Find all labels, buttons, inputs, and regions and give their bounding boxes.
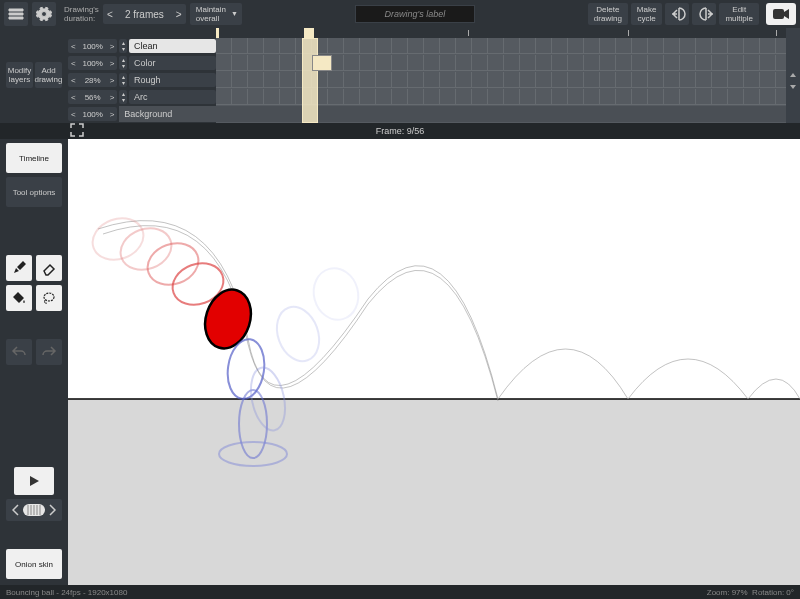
lasso-icon[interactable]: [36, 285, 62, 311]
layer-zoom[interactable]: <100%>: [68, 56, 117, 70]
layer-reorder-icon[interactable]: ▴▾: [119, 56, 127, 70]
header-right: Deletedrawing Makecycle Editmultiple: [588, 3, 796, 25]
scrub-control[interactable]: [6, 499, 62, 521]
duration-label: Drawing'sduration:: [64, 5, 99, 23]
fill-icon[interactable]: [6, 285, 32, 311]
timeline-layers: Modify layers Add drawing <100%> ▴▾ Clea…: [0, 38, 800, 123]
add-drawing-button[interactable]: Add drawing: [35, 62, 62, 88]
timeline-ruler[interactable]: [216, 28, 786, 38]
edit-multiple-button[interactable]: Editmultiple: [719, 3, 759, 25]
svg-rect-0: [773, 9, 784, 19]
svg-point-19: [270, 301, 327, 367]
layer-reorder-icon[interactable]: ▴▾: [119, 90, 127, 104]
svg-point-10: [87, 211, 150, 266]
layer-name[interactable]: Arc: [129, 90, 216, 104]
flip-prev-icon[interactable]: [665, 3, 689, 25]
eraser-icon[interactable]: [36, 255, 62, 281]
status-bar: Bouncing ball - 24fps - 1920x1080 Zoom: …: [0, 585, 800, 599]
tool-options-button[interactable]: Tool options: [6, 177, 62, 207]
keyframe-cell[interactable]: [312, 55, 332, 71]
layer-zoom[interactable]: <100%>: [68, 107, 117, 121]
maintain-dropdown[interactable]: Maintainoverall: [190, 3, 242, 25]
frame-status-text: Frame: 9/56: [376, 126, 425, 136]
drawing-canvas[interactable]: [68, 139, 800, 585]
layer-zoom[interactable]: <28%>: [68, 73, 117, 87]
tool-row-1: [6, 255, 62, 281]
frame-status-bar: Frame: 9/56: [0, 123, 800, 139]
layer-reorder-icon[interactable]: ▴▾: [119, 73, 127, 87]
layer-name[interactable]: Rough: [129, 73, 216, 87]
layer-row[interactable]: <28%> ▴▾ Rough: [68, 72, 216, 88]
canvas-svg: [68, 139, 800, 585]
scroll-up-icon[interactable]: [789, 72, 797, 80]
header-toolbar: Drawing'sduration: < 2 frames > Maintain…: [0, 0, 800, 28]
layer-reorder-icon[interactable]: ▴▾: [119, 39, 127, 53]
header-left: Drawing'sduration: < 2 frames > Maintain…: [4, 2, 242, 26]
layer-row[interactable]: <100%> ▴▾ Color: [68, 55, 216, 71]
onion-skin-button[interactable]: Onion skin: [6, 549, 62, 579]
sidebar: Timeline Tool options Onion skin: [0, 139, 68, 585]
play-button[interactable]: [14, 467, 54, 495]
layer-name[interactable]: Clean: [129, 39, 216, 53]
camera-button[interactable]: [766, 3, 796, 25]
main-body: Timeline Tool options Onion skin: [0, 139, 800, 585]
layer-row[interactable]: <100%> ▴▾ Clean: [68, 38, 216, 54]
timeline-scroll-buttons[interactable]: [786, 38, 800, 123]
tool-row-2: [6, 285, 62, 311]
scroll-down-icon[interactable]: [789, 82, 797, 90]
frame-count-value: 2 frames: [117, 9, 172, 20]
layer-row-bg[interactable]: <100%> Background: [68, 106, 216, 122]
scrub-wheel-icon[interactable]: [22, 503, 46, 517]
brush-icon[interactable]: [6, 255, 32, 281]
timeline-ruler-row: [0, 28, 800, 38]
layer-name[interactable]: Color: [129, 56, 216, 70]
svg-point-20: [308, 263, 364, 325]
settings-icon[interactable]: [32, 2, 56, 26]
flip-next-icon[interactable]: [692, 3, 716, 25]
layer-list: <100%> ▴▾ Clean <100%> ▴▾ Color <28%> ▴▾…: [68, 38, 216, 123]
svg-point-11: [115, 221, 178, 276]
frame-prev-icon[interactable]: <: [103, 9, 117, 20]
layer-row[interactable]: <56%> ▴▾ Arc: [68, 89, 216, 105]
delete-drawing-button[interactable]: Deletedrawing: [588, 3, 628, 25]
layer-zoom[interactable]: <56%>: [68, 90, 117, 104]
svg-rect-8: [68, 399, 800, 585]
menu-icon[interactable]: [4, 2, 28, 26]
layer-zoom[interactable]: <100%>: [68, 39, 117, 53]
drawing-label-wrapper: Drawing's label: [246, 5, 584, 23]
scrub-right-icon[interactable]: [48, 504, 56, 516]
layer-name[interactable]: Background: [119, 106, 216, 122]
undo-icon[interactable]: [6, 339, 32, 365]
frame-next-icon[interactable]: >: [172, 9, 186, 20]
expand-icon[interactable]: [70, 123, 84, 139]
redo-icon[interactable]: [36, 339, 62, 365]
svg-point-1: [44, 293, 54, 301]
view-info: Zoom: 97% Rotation: 0°: [707, 588, 794, 597]
project-info: Bouncing ball - 24fps - 1920x1080: [6, 588, 127, 597]
scrub-left-icon[interactable]: [12, 504, 20, 516]
timeline-button[interactable]: Timeline: [6, 143, 62, 173]
drawing-label-input[interactable]: Drawing's label: [355, 5, 475, 23]
make-cycle-button[interactable]: Makecycle: [631, 3, 663, 25]
undo-redo-row: [6, 339, 62, 365]
modify-layers-button[interactable]: Modify layers: [6, 62, 33, 88]
frame-count-selector[interactable]: < 2 frames >: [103, 4, 186, 24]
timeline-grid[interactable]: [216, 38, 786, 123]
